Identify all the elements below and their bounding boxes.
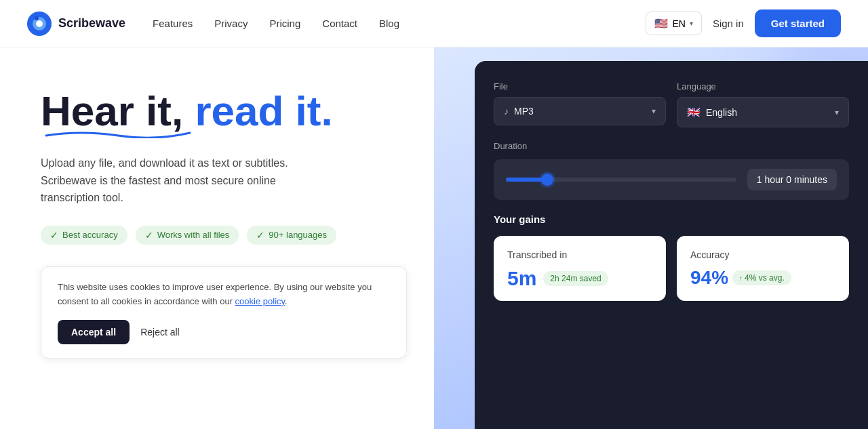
svg-point-2 xyxy=(36,20,43,27)
gains-label: Your gains xyxy=(494,213,849,225)
reject-cookies-button[interactable]: Reject all xyxy=(138,320,182,344)
language-select-inner: 🇬🇧 English xyxy=(687,106,737,119)
language-flag-icon: 🇬🇧 xyxy=(687,106,701,119)
badge-accuracy: ✓ Best accuracy xyxy=(41,226,127,245)
nav-right: 🇺🇸 EN ▾ Sign in Get started xyxy=(646,9,841,37)
flag-icon: 🇺🇸 xyxy=(654,17,668,30)
accuracy-card: Accuracy 94% ↑ 4% vs avg. xyxy=(677,236,849,301)
accept-cookies-button[interactable]: Accept all xyxy=(58,320,130,344)
file-group: File ♪ MP3 ▾ xyxy=(494,81,666,127)
badge-files-label: Works with all files xyxy=(157,230,230,240)
badge-accuracy-label: Best accuracy xyxy=(62,230,118,240)
check-icon-2: ✓ xyxy=(145,230,153,241)
nav-link-blog[interactable]: Blog xyxy=(379,18,399,29)
hero-title: Hear it, read it. xyxy=(41,88,407,138)
accuracy-badge-text: 4% vs avg. xyxy=(745,273,785,283)
nav-left: Scribewave Features Privacy Pricing Cont… xyxy=(27,12,399,36)
nav-links: Features Privacy Pricing Contact Blog xyxy=(153,18,399,29)
transcribed-card: Transcribed in 5m 2h 24m saved xyxy=(494,236,666,301)
hero-title-part1: Hear it, xyxy=(41,87,195,134)
gains-grid: Transcribed in 5m 2h 24m saved Accuracy … xyxy=(494,236,849,301)
file-select-inner: ♪ MP3 xyxy=(504,106,534,117)
transcribed-badge: 2h 24m saved xyxy=(543,271,608,286)
arrow-up-icon: ↑ xyxy=(739,274,743,282)
transcribed-value: 5m xyxy=(507,267,536,290)
language-value: English xyxy=(706,107,737,118)
accuracy-title: Accuracy xyxy=(690,249,835,260)
navbar: Scribewave Features Privacy Pricing Cont… xyxy=(0,0,868,47)
accuracy-value: 94% xyxy=(690,267,728,289)
left-side: Hear it, read it. Upload any file, and d… xyxy=(0,47,434,429)
lang-code: EN xyxy=(672,18,685,29)
badges: ✓ Best accuracy ✓ Works with all files ✓… xyxy=(41,226,407,245)
badge-languages: ✓ 90+ languages xyxy=(247,226,336,245)
right-side: File ♪ MP3 ▾ Language 🇬🇧 Engli xyxy=(434,47,868,429)
signin-link[interactable]: Sign in xyxy=(713,18,744,29)
file-select[interactable]: ♪ MP3 ▾ xyxy=(494,97,666,125)
language-group: Language 🇬🇧 English ▾ xyxy=(677,81,849,127)
svg-point-3 xyxy=(35,16,39,20)
transcribed-title: Transcribed in xyxy=(507,249,652,260)
chevron-down-icon: ▾ xyxy=(690,20,693,27)
check-icon-3: ✓ xyxy=(256,230,264,241)
music-icon: ♪ xyxy=(504,106,509,117)
file-value: MP3 xyxy=(514,106,534,117)
accuracy-sub: 94% ↑ 4% vs avg. xyxy=(690,267,835,289)
cookie-policy-link[interactable]: cookie policy xyxy=(235,296,285,306)
hero-subtitle: Upload any file, and download it as text… xyxy=(41,155,326,207)
badge-files: ✓ Works with all files xyxy=(136,226,239,245)
language-label: Language xyxy=(677,81,849,91)
cookie-text: This website uses cookies to improve use… xyxy=(58,281,390,309)
check-icon: ✓ xyxy=(50,230,58,241)
slider-thumb xyxy=(541,173,553,186)
nav-link-privacy[interactable]: Privacy xyxy=(214,18,248,29)
accuracy-badge: ↑ 4% vs avg. xyxy=(732,270,791,285)
hero-title-part2: read it. xyxy=(195,87,332,134)
duration-section: Duration 1 hour 0 minutes xyxy=(494,141,849,200)
badge-languages-label: 90+ languages xyxy=(269,230,327,240)
duration-row: 1 hour 0 minutes xyxy=(494,159,849,200)
logo[interactable]: Scribewave xyxy=(27,12,125,36)
form-row: File ♪ MP3 ▾ Language 🇬🇧 Engli xyxy=(494,81,849,127)
main-content: Hear it, read it. Upload any file, and d… xyxy=(0,47,868,429)
nav-link-contact[interactable]: Contact xyxy=(322,18,357,29)
duration-label: Duration xyxy=(494,141,849,151)
language-select[interactable]: 🇬🇧 English ▾ xyxy=(677,97,849,127)
transcribed-main: 5m 2h 24m saved xyxy=(507,267,652,290)
cookie-banner: This website uses cookies to improve use… xyxy=(41,266,407,359)
duration-slider[interactable] xyxy=(506,178,736,182)
language-selector[interactable]: 🇺🇸 EN ▾ xyxy=(646,12,701,35)
nav-link-features[interactable]: Features xyxy=(153,18,193,29)
logo-text: Scribewave xyxy=(58,16,125,30)
cookie-buttons: Accept all Reject all xyxy=(58,320,390,344)
duration-value: 1 hour 0 minutes xyxy=(747,169,837,190)
language-select-arrow: ▾ xyxy=(835,108,839,117)
nav-link-pricing[interactable]: Pricing xyxy=(269,18,300,29)
get-started-button[interactable]: Get started xyxy=(755,9,841,37)
app-card: File ♪ MP3 ▾ Language 🇬🇧 Engli xyxy=(475,61,868,429)
logo-icon xyxy=(27,12,52,36)
file-select-arrow: ▾ xyxy=(652,106,656,116)
gains-section: Your gains Transcribed in 5m 2h 24m save… xyxy=(494,213,849,301)
file-label: File xyxy=(494,81,666,91)
